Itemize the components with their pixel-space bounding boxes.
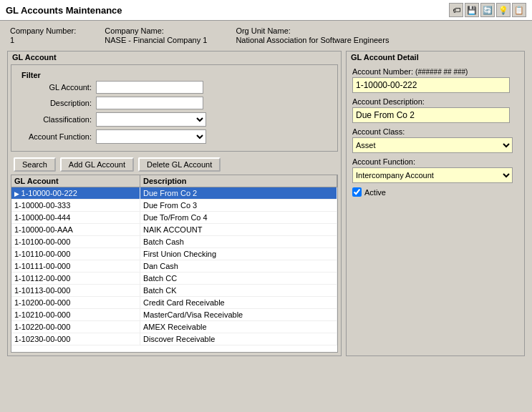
table-row[interactable]: 1-10113-00-000Batch CK [11, 285, 337, 297]
active-checkbox[interactable] [352, 187, 362, 197]
description-cell: Batch Cash [140, 236, 337, 247]
detail-section-title: GL Account Detail [347, 52, 524, 63]
classification-filter-label: Classification: [17, 115, 96, 124]
account-function-filter-select[interactable] [96, 129, 206, 144]
description-cell: First Union Checking [140, 248, 337, 260]
description-cell: Credit Card Receivable [140, 297, 337, 308]
search-button[interactable]: Search [14, 157, 56, 172]
account-number-label: Account Number: (###### ## ###) [352, 67, 518, 76]
table-row[interactable]: 1-10111-00-000Dan Cash [11, 260, 337, 273]
description-cell: Batch CK [140, 285, 337, 296]
gl-account-cell: 1-10100-00-000 [11, 236, 140, 247]
account-number-field: Account Number: (###### ## ###) [352, 67, 518, 93]
org-unit-name-field: Org Unit Name: National Association for … [236, 26, 389, 45]
account-function-filter-row: Account Function: [17, 129, 332, 144]
close-icon[interactable]: 📋 [512, 3, 526, 17]
button-row: Search Add GL Account Delete GL Account [8, 154, 341, 175]
gl-account-filter-input[interactable] [96, 81, 203, 94]
table-row[interactable]: 1-10110-00-000First Union Checking [11, 248, 337, 260]
toolbar: 🏷 💾 🔄 💡 📋 [449, 3, 526, 17]
left-panel: GL Account Filter GL Account: Descriptio… [7, 51, 342, 356]
table-row[interactable]: 1-10220-00-000AMEX Receivable [11, 321, 337, 333]
company-name-value: NASE - Financial Company 1 [105, 36, 207, 44]
page-title: GL Accounts Maintenance [6, 5, 122, 16]
gl-account-cell: 1-10112-00-000 [11, 273, 140, 284]
account-class-select[interactable]: AssetLiabilityEquityRevenueExpense [352, 137, 513, 153]
active-label: Active [364, 188, 386, 197]
company-number-label: Company Number: [10, 26, 76, 35]
table-row[interactable]: 1-10100-00-000Batch Cash [11, 236, 337, 248]
gl-account-cell: ▶ 1-10000-00-222 [11, 187, 140, 199]
description-cell: Batch CC [140, 273, 337, 284]
account-function-field: Account Function: Intercompany AccountCa… [352, 157, 518, 183]
company-number-value: 1 [10, 36, 14, 44]
gl-account-list: GL Account Description ▶ 1-10000-00-222D… [11, 175, 338, 353]
add-gl-account-button[interactable]: Add GL Account [60, 157, 134, 172]
org-unit-name-label: Org Unit Name: [236, 26, 389, 35]
save-icon[interactable]: 💾 [465, 3, 479, 17]
description-cell: Due To/From Co 4 [140, 212, 337, 223]
description-cell: NAIK ACCOUNT [140, 224, 337, 235]
description-cell: Due From Co 2 [140, 187, 337, 199]
table-row[interactable]: 1-10112-00-000Batch CC [11, 273, 337, 285]
bulb-icon[interactable]: 💡 [496, 3, 511, 17]
header-section: Company Number: 1 Company Name: NASE - F… [7, 26, 525, 45]
table-row[interactable]: 1-10000-00-333Due From Co 3 [11, 200, 337, 212]
description-filter-row: Description: [17, 97, 332, 109]
gl-account-filter-row: GL Account: [17, 81, 332, 94]
description-cell: Dan Cash [140, 260, 337, 272]
gl-account-filter-label: GL Account: [17, 83, 96, 92]
table-row[interactable]: 1-10210-00-000MasterCard/Visa Receivable [11, 309, 337, 321]
gl-account-cell: 1-10113-00-000 [11, 285, 140, 296]
filter-title: Filter [17, 69, 332, 81]
table-row[interactable]: 1-10230-00-000Discover Receivable [11, 333, 337, 345]
gl-account-cell: 1-10230-00-000 [11, 333, 140, 345]
right-panel: GL Account Detail Account Number: (#####… [346, 51, 525, 356]
active-row: Active [352, 187, 518, 197]
body-section: GL Account Filter GL Account: Descriptio… [7, 51, 525, 356]
company-name-label: Company Name: [105, 26, 207, 35]
account-class-field: Account Class: AssetLiabilityEquityReven… [352, 127, 518, 153]
gl-account-section-title: GL Account [8, 52, 341, 63]
gl-account-cell: 1-10111-00-000 [11, 260, 140, 272]
list-body[interactable]: ▶ 1-10000-00-222Due From Co 21-10000-00-… [11, 187, 337, 352]
gl-account-cell: 1-10220-00-000 [11, 321, 140, 333]
account-function-select[interactable]: Intercompany AccountCashAccounts Receiva… [352, 167, 513, 183]
classification-filter-row: Classification: [17, 112, 332, 127]
list-header-description: Description [140, 175, 337, 187]
table-row[interactable]: 1-10000-00-444Due To/From Co 4 [11, 212, 337, 224]
gl-account-cell: 1-10000-00-333 [11, 200, 140, 211]
company-name-field: Company Name: NASE - Financial Company 1 [105, 26, 207, 45]
refresh-icon[interactable]: 🔄 [480, 3, 495, 17]
account-description-label: Account Description: [352, 97, 518, 106]
org-unit-name-value: National Association for Software Engine… [236, 36, 389, 44]
company-number-field: Company Number: 1 [10, 26, 76, 45]
table-row[interactable]: 1-10000-00-AAANAIK ACCOUNT [11, 224, 337, 236]
description-cell: Discover Receivable [140, 333, 337, 345]
gl-account-cell: 1-10000-00-AAA [11, 224, 140, 235]
account-function-filter-label: Account Function: [17, 132, 96, 141]
account-description-field: Account Description: [352, 97, 518, 123]
table-row[interactable]: ▶ 1-10000-00-222Due From Co 2 [11, 187, 337, 200]
description-cell: Due From Co 3 [140, 200, 337, 211]
account-number-input[interactable] [352, 77, 510, 93]
account-class-label: Account Class: [352, 127, 518, 136]
classification-filter-select[interactable] [96, 112, 206, 127]
list-header-gl-account: GL Account [11, 175, 140, 187]
list-header: GL Account Description [11, 175, 337, 187]
description-cell: MasterCard/Visa Receivable [140, 309, 337, 320]
description-filter-label: Description: [17, 99, 96, 107]
table-row[interactable]: 1-10200-00-000Credit Card Receivable [11, 297, 337, 309]
filter-box: Filter GL Account: Description: Classifi… [11, 64, 338, 152]
gl-account-cell: 1-10210-00-000 [11, 309, 140, 320]
delete-gl-account-button[interactable]: Delete GL Account [138, 157, 221, 172]
detail-panel: Account Number: (###### ## ###) Account … [347, 63, 524, 201]
gl-account-cell: 1-10000-00-444 [11, 212, 140, 223]
gl-account-cell: 1-10200-00-000 [11, 297, 140, 308]
account-description-input[interactable] [352, 107, 510, 123]
title-bar: GL Accounts Maintenance 🏷 💾 🔄 💡 📋 [0, 0, 532, 21]
account-function-detail-label: Account Function: [352, 157, 518, 166]
description-filter-input[interactable] [96, 97, 203, 109]
description-cell: AMEX Receivable [140, 321, 337, 333]
tag-icon[interactable]: 🏷 [449, 3, 463, 17]
